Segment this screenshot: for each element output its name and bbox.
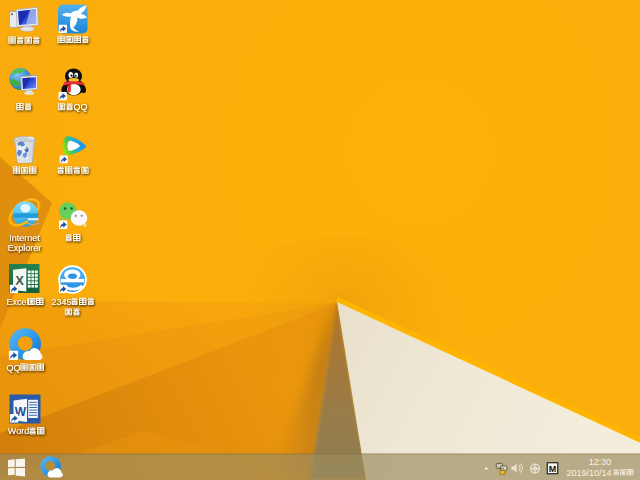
svg-text:QQ: QQ xyxy=(6,363,20,373)
svg-text:12:30: 12:30 xyxy=(589,457,612,467)
svg-text:2345: 2345 xyxy=(51,297,71,307)
svg-text:M: M xyxy=(549,464,557,474)
svg-text:Explorer: Explorer xyxy=(8,243,42,253)
svg-text:Internet: Internet xyxy=(9,233,40,243)
svg-text:Word: Word xyxy=(8,426,29,436)
svg-text:Excel: Excel xyxy=(6,297,28,307)
svg-text:QQ: QQ xyxy=(73,102,87,112)
svg-text:2019/10/14: 2019/10/14 xyxy=(567,468,612,478)
